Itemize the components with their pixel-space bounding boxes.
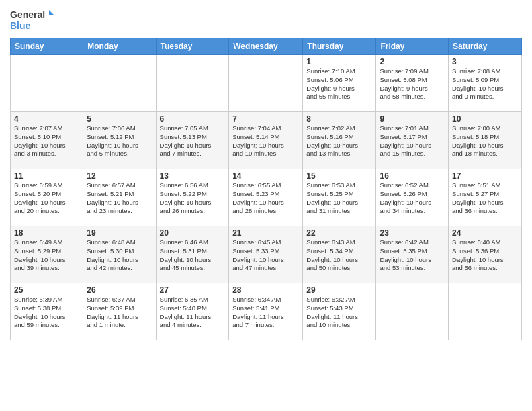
day-info: Sunrise: 6:39 AM Sunset: 5:38 PM Dayligh…	[14, 295, 79, 330]
day-info: Sunrise: 7:06 AM Sunset: 5:12 PM Dayligh…	[87, 124, 152, 158]
header: General Blue	[10, 7, 522, 34]
calendar-cell: 29Sunrise: 6:32 AM Sunset: 5:43 PM Dayli…	[303, 283, 376, 340]
day-number: 23	[380, 228, 445, 238]
day-number: 11	[14, 171, 79, 181]
day-info: Sunrise: 7:08 AM Sunset: 5:09 PM Dayligh…	[452, 67, 518, 101]
day-number: 29	[306, 285, 372, 295]
day-info: Sunrise: 6:51 AM Sunset: 5:27 PM Dayligh…	[452, 181, 518, 216]
calendar-cell	[376, 283, 449, 340]
calendar-cell	[156, 55, 229, 112]
day-info: Sunrise: 6:49 AM Sunset: 5:29 PM Dayligh…	[14, 238, 79, 273]
day-info: Sunrise: 6:56 AM Sunset: 5:22 PM Dayligh…	[160, 181, 226, 216]
calendar-cell	[11, 55, 83, 112]
calendar-cell: 13Sunrise: 6:56 AM Sunset: 5:22 PM Dayli…	[156, 169, 229, 226]
calendar-col-thursday: Thursday	[303, 38, 376, 55]
day-number: 3	[452, 57, 518, 66]
day-number: 22	[306, 228, 372, 238]
calendar-week-row: 11Sunrise: 6:59 AM Sunset: 5:20 PM Dayli…	[11, 169, 522, 226]
calendar-col-monday: Monday	[83, 38, 156, 55]
day-info: Sunrise: 6:34 AM Sunset: 5:41 PM Dayligh…	[232, 295, 299, 330]
calendar-cell: 20Sunrise: 6:46 AM Sunset: 5:31 PM Dayli…	[156, 226, 229, 283]
day-number: 25	[14, 285, 79, 295]
day-number: 20	[160, 228, 226, 238]
day-number: 2	[380, 57, 445, 66]
calendar-cell: 18Sunrise: 6:49 AM Sunset: 5:29 PM Dayli…	[11, 226, 83, 283]
calendar-cell	[83, 55, 156, 112]
day-info: Sunrise: 6:53 AM Sunset: 5:25 PM Dayligh…	[306, 181, 372, 216]
calendar-col-wednesday: Wednesday	[229, 38, 303, 55]
day-info: Sunrise: 7:00 AM Sunset: 5:18 PM Dayligh…	[452, 124, 518, 158]
calendar-week-row: 4Sunrise: 7:07 AM Sunset: 5:10 PM Daylig…	[11, 112, 522, 169]
calendar-cell: 5Sunrise: 7:06 AM Sunset: 5:12 PM Daylig…	[83, 112, 156, 169]
calendar-cell: 3Sunrise: 7:08 AM Sunset: 5:09 PM Daylig…	[449, 55, 522, 112]
day-info: Sunrise: 6:48 AM Sunset: 5:30 PM Dayligh…	[87, 238, 152, 273]
calendar-cell: 14Sunrise: 6:55 AM Sunset: 5:23 PM Dayli…	[229, 169, 303, 226]
day-info: Sunrise: 7:04 AM Sunset: 5:14 PM Dayligh…	[232, 124, 299, 158]
day-number: 5	[87, 114, 152, 124]
calendar-cell: 17Sunrise: 6:51 AM Sunset: 5:27 PM Dayli…	[449, 169, 522, 226]
day-number: 7	[232, 114, 299, 124]
day-number: 9	[380, 114, 445, 124]
day-number: 21	[232, 228, 299, 238]
day-info: Sunrise: 6:42 AM Sunset: 5:35 PM Dayligh…	[380, 238, 445, 273]
day-info: Sunrise: 7:09 AM Sunset: 5:08 PM Dayligh…	[380, 67, 445, 101]
calendar-cell: 26Sunrise: 6:37 AM Sunset: 5:39 PM Dayli…	[83, 283, 156, 340]
calendar-cell: 24Sunrise: 6:40 AM Sunset: 5:36 PM Dayli…	[449, 226, 522, 283]
day-number: 8	[306, 114, 372, 124]
day-info: Sunrise: 6:52 AM Sunset: 5:26 PM Dayligh…	[380, 181, 445, 216]
calendar-cell: 16Sunrise: 6:52 AM Sunset: 5:26 PM Dayli…	[376, 169, 449, 226]
day-info: Sunrise: 6:59 AM Sunset: 5:20 PM Dayligh…	[14, 181, 79, 216]
calendar-table: SundayMondayTuesdayWednesdayThursdayFrid…	[10, 38, 522, 340]
calendar-cell: 27Sunrise: 6:35 AM Sunset: 5:40 PM Dayli…	[156, 283, 229, 340]
calendar-col-tuesday: Tuesday	[156, 38, 229, 55]
day-info: Sunrise: 7:05 AM Sunset: 5:13 PM Dayligh…	[160, 124, 226, 158]
day-info: Sunrise: 6:55 AM Sunset: 5:23 PM Dayligh…	[232, 181, 299, 216]
page: General Blue SundayMondayTuesdayWednesda…	[0, 0, 532, 411]
day-info: Sunrise: 6:32 AM Sunset: 5:43 PM Dayligh…	[306, 295, 372, 330]
day-number: 4	[14, 114, 79, 124]
day-number: 12	[87, 171, 152, 181]
calendar-cell: 1Sunrise: 7:10 AM Sunset: 5:06 PM Daylig…	[303, 55, 376, 112]
calendar-col-friday: Friday	[376, 38, 449, 55]
day-number: 1	[306, 57, 372, 66]
calendar-week-row: 1Sunrise: 7:10 AM Sunset: 5:06 PM Daylig…	[11, 55, 522, 112]
logo-svg: General Blue	[10, 7, 57, 34]
calendar-cell: 23Sunrise: 6:42 AM Sunset: 5:35 PM Dayli…	[376, 226, 449, 283]
day-number: 6	[160, 114, 226, 124]
day-number: 24	[452, 228, 518, 238]
day-number: 10	[452, 114, 518, 124]
day-info: Sunrise: 6:37 AM Sunset: 5:39 PM Dayligh…	[87, 295, 152, 330]
day-info: Sunrise: 6:45 AM Sunset: 5:33 PM Dayligh…	[232, 238, 299, 273]
calendar-cell: 2Sunrise: 7:09 AM Sunset: 5:08 PM Daylig…	[376, 55, 449, 112]
calendar-cell	[229, 55, 303, 112]
svg-marker-2	[49, 10, 54, 15]
day-info: Sunrise: 6:35 AM Sunset: 5:40 PM Dayligh…	[160, 295, 226, 330]
calendar-cell: 4Sunrise: 7:07 AM Sunset: 5:10 PM Daylig…	[11, 112, 83, 169]
calendar-cell: 9Sunrise: 7:01 AM Sunset: 5:17 PM Daylig…	[376, 112, 449, 169]
day-number: 27	[160, 285, 226, 295]
calendar-week-row: 18Sunrise: 6:49 AM Sunset: 5:29 PM Dayli…	[11, 226, 522, 283]
day-number: 26	[87, 285, 152, 295]
calendar-header-row: SundayMondayTuesdayWednesdayThursdayFrid…	[11, 38, 522, 55]
calendar-cell	[449, 283, 522, 340]
day-info: Sunrise: 7:07 AM Sunset: 5:10 PM Dayligh…	[14, 124, 79, 158]
day-info: Sunrise: 6:46 AM Sunset: 5:31 PM Dayligh…	[160, 238, 226, 273]
calendar-cell: 12Sunrise: 6:57 AM Sunset: 5:21 PM Dayli…	[83, 169, 156, 226]
day-info: Sunrise: 6:43 AM Sunset: 5:34 PM Dayligh…	[306, 238, 372, 273]
calendar-cell: 7Sunrise: 7:04 AM Sunset: 5:14 PM Daylig…	[229, 112, 303, 169]
calendar-cell: 28Sunrise: 6:34 AM Sunset: 5:41 PM Dayli…	[229, 283, 303, 340]
calendar-week-row: 25Sunrise: 6:39 AM Sunset: 5:38 PM Dayli…	[11, 283, 522, 340]
day-number: 19	[87, 228, 152, 238]
calendar-cell: 25Sunrise: 6:39 AM Sunset: 5:38 PM Dayli…	[11, 283, 83, 340]
svg-text:Blue: Blue	[10, 20, 31, 31]
day-info: Sunrise: 6:57 AM Sunset: 5:21 PM Dayligh…	[87, 181, 152, 216]
day-number: 16	[380, 171, 445, 181]
calendar-cell: 19Sunrise: 6:48 AM Sunset: 5:30 PM Dayli…	[83, 226, 156, 283]
calendar-cell: 22Sunrise: 6:43 AM Sunset: 5:34 PM Dayli…	[303, 226, 376, 283]
day-info: Sunrise: 7:01 AM Sunset: 5:17 PM Dayligh…	[380, 124, 445, 158]
calendar-cell: 21Sunrise: 6:45 AM Sunset: 5:33 PM Dayli…	[229, 226, 303, 283]
logo: General Blue	[10, 7, 57, 34]
calendar-cell: 8Sunrise: 7:02 AM Sunset: 5:16 PM Daylig…	[303, 112, 376, 169]
calendar-col-saturday: Saturday	[449, 38, 522, 55]
day-info: Sunrise: 7:10 AM Sunset: 5:06 PM Dayligh…	[306, 67, 372, 101]
